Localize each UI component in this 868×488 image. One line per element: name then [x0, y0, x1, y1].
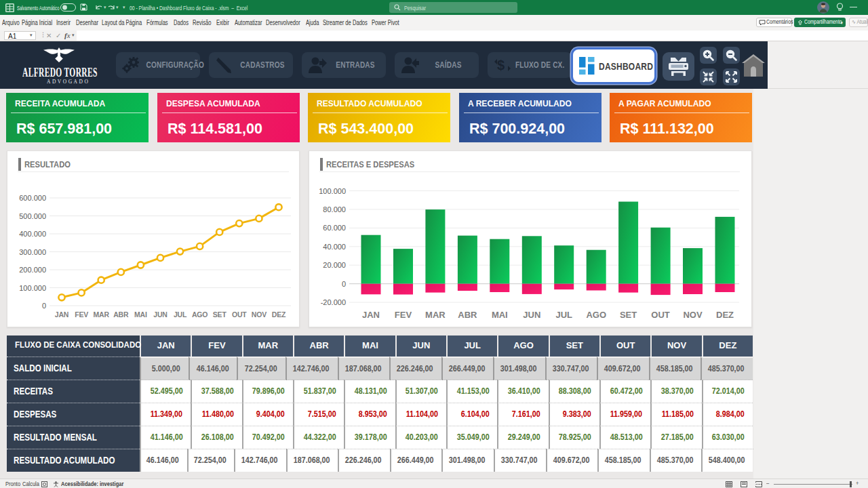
svg-text:MAI: MAI	[492, 310, 508, 320]
svg-text:MAR: MAR	[425, 310, 446, 320]
svg-text:80.000: 80.000	[323, 205, 346, 214]
svg-text:AGO: AGO	[586, 310, 606, 320]
svg-text:SET: SET	[213, 310, 227, 319]
svg-text:ABR: ABR	[113, 310, 129, 319]
svg-text:200.000: 200.000	[19, 266, 46, 274]
svg-text:DEZ: DEZ	[272, 310, 286, 319]
svg-text:FEV: FEV	[395, 310, 412, 320]
svg-text:MAI: MAI	[134, 310, 147, 319]
svg-text:MAR: MAR	[94, 310, 110, 319]
svg-text:600.000: 600.000	[19, 194, 46, 202]
svg-text:0: 0	[42, 302, 46, 310]
svg-text:$: $	[497, 58, 505, 73]
svg-text:0: 0	[342, 280, 346, 288]
svg-text:AGO: AGO	[192, 310, 208, 319]
svg-text:JAN: JAN	[362, 310, 380, 320]
svg-text:100.000: 100.000	[319, 187, 346, 195]
svg-text:FEV: FEV	[75, 310, 88, 319]
svg-text:OUT: OUT	[651, 310, 670, 320]
svg-text:DEZ: DEZ	[716, 310, 734, 320]
svg-text:40.000: 40.000	[323, 243, 346, 251]
svg-text:NOV: NOV	[683, 310, 703, 320]
svg-text:SET: SET	[620, 310, 637, 320]
svg-text:JUN: JUN	[153, 310, 167, 319]
svg-text:60.000: 60.000	[323, 224, 346, 232]
svg-text:ABR: ABR	[458, 310, 477, 320]
svg-text:JAN: JAN	[55, 310, 68, 319]
svg-text:500.000: 500.000	[19, 212, 46, 220]
svg-text:100.000: 100.000	[19, 284, 46, 292]
svg-text:400.000: 400.000	[19, 230, 46, 238]
svg-text:JUN: JUN	[523, 310, 540, 320]
svg-text:OUT: OUT	[232, 310, 247, 319]
svg-text:20.000: 20.000	[323, 261, 346, 269]
svg-text:300.000: 300.000	[19, 248, 46, 256]
svg-text:JUL: JUL	[555, 310, 572, 320]
svg-text:NOV: NOV	[252, 310, 267, 319]
svg-text:JUL: JUL	[174, 310, 187, 319]
svg-text:-20.000: -20.000	[321, 298, 346, 306]
